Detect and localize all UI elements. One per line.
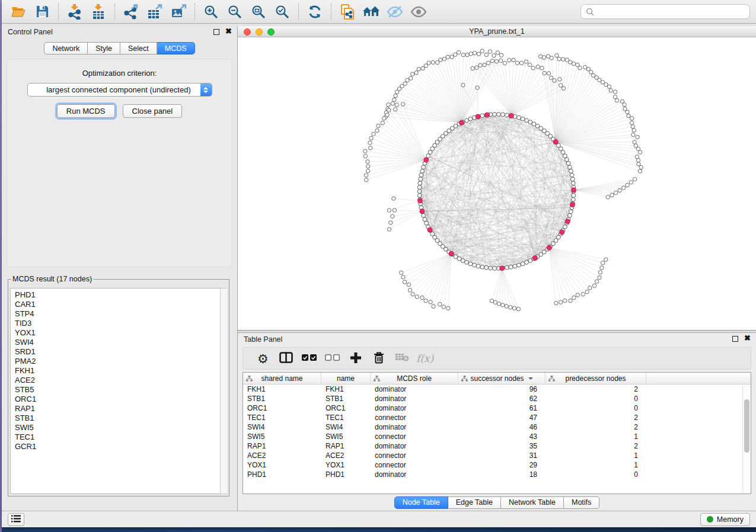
- cell-mcds-role: connector: [371, 432, 458, 441]
- network-canvas[interactable]: [238, 37, 756, 330]
- function-builder-button[interactable]: f(x): [413, 350, 436, 367]
- result-node-tec1[interactable]: TEC1: [15, 432, 227, 442]
- delete-table-icon: [395, 353, 409, 364]
- refresh-view-button[interactable]: [303, 2, 327, 21]
- result-node-srd1[interactable]: SRD1: [15, 347, 227, 357]
- cell-predecessor-nodes: 0: [546, 404, 646, 412]
- cell-mcds-role: dominator: [371, 404, 458, 412]
- table-scrollbar-track[interactable]: [742, 385, 751, 493]
- export-table-button[interactable]: [143, 2, 167, 21]
- table-row-tec1[interactable]: TEC1TEC1connector472: [243, 413, 751, 422]
- table-row-phd1[interactable]: PHD1PHD1dominator180: [243, 470, 751, 479]
- first-neighbors-button[interactable]: [359, 2, 383, 21]
- cell-mcds-role: dominator: [371, 385, 458, 393]
- table-row-yox1[interactable]: YOX1YOX1connector291: [243, 460, 751, 470]
- result-node-stb5[interactable]: STB5: [15, 385, 227, 395]
- result-node-car1[interactable]: CAR1: [15, 300, 227, 309]
- table-toolbar: ⚙: [243, 347, 751, 370]
- column-header-mcds-role[interactable]: MCDS role: [371, 373, 458, 384]
- optimization-criterion-select[interactable]: largest connected component (undirected): [27, 83, 212, 97]
- column-header-predecessor-nodes[interactable]: predecessor nodes: [546, 373, 646, 384]
- import-table-icon: [91, 4, 106, 20]
- show-all-button[interactable]: [407, 2, 430, 21]
- hide-selected-button[interactable]: [383, 2, 407, 21]
- close-table-panel-button[interactable]: ✖: [744, 334, 751, 342]
- result-node-rap1[interactable]: RAP1: [15, 404, 227, 414]
- list-icon: [11, 515, 21, 524]
- result-node-swi4[interactable]: SWI4: [15, 338, 227, 347]
- float-panel-button[interactable]: [213, 29, 219, 35]
- save-session-button[interactable]: [30, 2, 54, 21]
- export-network-button[interactable]: [119, 2, 143, 21]
- column-header-shared-name[interactable]: shared name: [243, 373, 321, 384]
- delete-table-button[interactable]: [390, 350, 413, 367]
- toolbar-separator: [114, 4, 115, 20]
- result-node-stb1[interactable]: STB1: [15, 414, 227, 423]
- import-network-button[interactable]: [63, 2, 87, 21]
- table-row-swi4[interactable]: SWI4SWI4dominator462: [243, 422, 751, 432]
- task-history-button[interactable]: [8, 513, 24, 526]
- delete-column-button[interactable]: [367, 350, 390, 367]
- close-mcds-panel-button[interactable]: Close panel: [123, 104, 183, 118]
- result-node-tid3[interactable]: TID3: [15, 319, 227, 328]
- mcds-result-list[interactable]: PHD1CAR1STP4TID3YOX1SWI4SRD1PMA2FKH1ACE2…: [10, 288, 227, 494]
- cell-shared-name: STB1: [243, 395, 321, 403]
- network-graph: [238, 37, 756, 330]
- zoom-out-button[interactable]: [223, 2, 247, 21]
- table-row-swi5[interactable]: SWI5SWI5connector431: [243, 432, 751, 441]
- table-scrollbar-thumb[interactable]: [744, 399, 749, 453]
- table-row-fkh1[interactable]: FKH1FKH1dominator962: [243, 384, 751, 394]
- select-all-button[interactable]: [298, 350, 321, 367]
- right-column: YPA_prune.txt_1 Table Panel ✖ ⚙: [238, 26, 756, 511]
- float-table-panel-button[interactable]: [732, 336, 738, 342]
- result-node-pma2[interactable]: PMA2: [15, 357, 227, 366]
- result-node-fkh1[interactable]: FKH1: [15, 366, 227, 376]
- cell-mcds-role: connector: [371, 451, 458, 460]
- duplicate-network-button[interactable]: [336, 2, 359, 21]
- table-settings-button[interactable]: ⚙: [251, 350, 275, 367]
- result-list-scrollbar[interactable]: [220, 288, 227, 494]
- node-table: shared namenameMCDS rolesuccessor nodesp…: [243, 372, 751, 494]
- deselect-all-button[interactable]: [321, 350, 344, 367]
- control-panel-title: Control Panel: [8, 28, 53, 36]
- split-columns-button[interactable]: [275, 350, 298, 367]
- zoom-selected-button[interactable]: [270, 2, 294, 21]
- table-row-orc1[interactable]: ORC1ORC1dominator610: [243, 403, 751, 413]
- table-tabs: Node TableEdge TableNetwork TableMotifs: [238, 494, 756, 511]
- run-mcds-button[interactable]: Run MCDS: [57, 104, 115, 118]
- result-node-stp4[interactable]: STP4: [15, 309, 227, 319]
- network-view-window: YPA_prune.txt_1: [238, 26, 756, 331]
- memory-button[interactable]: Memory: [700, 513, 750, 526]
- export-image-button[interactable]: [167, 2, 190, 21]
- column-header-name[interactable]: name: [321, 373, 371, 384]
- cell-name: ORC1: [321, 404, 371, 412]
- result-node-orc1[interactable]: ORC1: [15, 395, 227, 404]
- table-tab-node-table[interactable]: Node Table: [394, 496, 448, 509]
- table-tab-motifs[interactable]: Motifs: [564, 496, 599, 509]
- result-node-swi5[interactable]: SWI5: [15, 423, 227, 432]
- tab-mcds[interactable]: MCDS: [157, 42, 195, 55]
- import-table-button[interactable]: [87, 2, 110, 21]
- add-column-button[interactable]: [344, 350, 367, 367]
- result-node-gcr1[interactable]: GCR1: [15, 442, 227, 451]
- toolbar-separator: [58, 4, 59, 20]
- result-node-yox1[interactable]: YOX1: [15, 328, 227, 338]
- tab-network[interactable]: Network: [44, 42, 88, 55]
- tab-style[interactable]: Style: [88, 42, 120, 55]
- table-tab-network-table[interactable]: Network Table: [501, 496, 564, 509]
- tab-select[interactable]: Select: [120, 42, 157, 55]
- table-row-stb1[interactable]: STB1STB1dominator620: [243, 394, 751, 403]
- zoom-fit-icon: [251, 4, 266, 20]
- table-row-ace2[interactable]: ACE2ACE2connector311: [243, 451, 751, 460]
- search-input[interactable]: [598, 7, 745, 16]
- result-node-phd1[interactable]: PHD1: [15, 290, 227, 300]
- zoom-fit-button[interactable]: [247, 2, 270, 21]
- result-node-ace2[interactable]: ACE2: [15, 376, 227, 385]
- zoom-in-button[interactable]: [199, 2, 223, 21]
- table-tab-edge-table[interactable]: Edge Table: [448, 496, 501, 509]
- fx-icon: f(x): [416, 352, 433, 364]
- column-header-successor-nodes[interactable]: successor nodes: [458, 373, 546, 384]
- close-panel-button[interactable]: ✖: [225, 27, 232, 36]
- open-file-button[interactable]: [7, 2, 30, 21]
- table-row-rap1[interactable]: RAP1RAP1dominator352: [243, 441, 751, 451]
